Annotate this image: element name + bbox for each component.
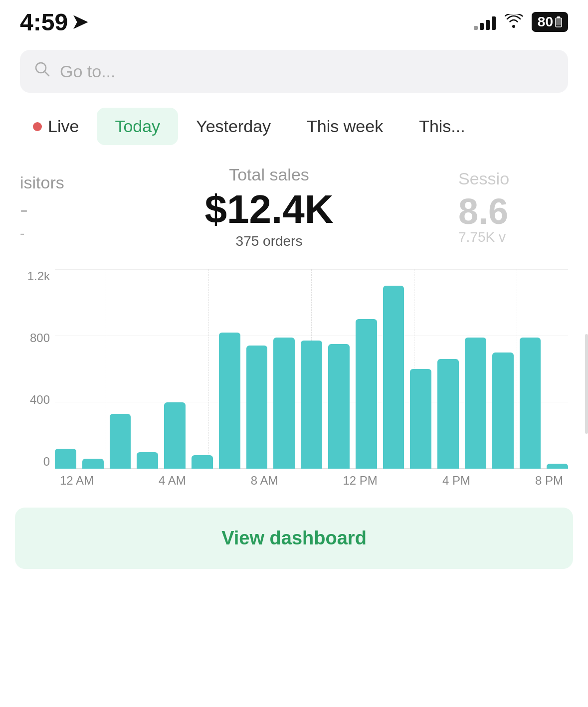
y-label-400: 400 bbox=[20, 393, 50, 407]
total-sales-value: $12.4K bbox=[100, 189, 438, 229]
visitors-label: isitors bbox=[20, 173, 90, 192]
chart-y-axis: 0 400 800 1.2k bbox=[20, 269, 50, 469]
tab-live-label: Live bbox=[48, 117, 79, 136]
tab-this-week-label: This week bbox=[307, 117, 383, 136]
status-right: 80 bbox=[474, 12, 568, 32]
signal-icon bbox=[474, 14, 496, 30]
bar-15 bbox=[465, 338, 486, 469]
stat-sessions: Sessio 8.6 7.75K v bbox=[448, 165, 588, 249]
y-label-800: 800 bbox=[20, 331, 50, 345]
bar-12 bbox=[383, 286, 404, 469]
stat-total-sales: Total sales $12.4K 375 orders bbox=[90, 165, 448, 249]
view-dashboard-button[interactable]: View dashboard bbox=[15, 508, 573, 569]
visitors-sub: - bbox=[20, 225, 90, 241]
bar-5 bbox=[192, 455, 213, 469]
x-label-12am: 12 AM bbox=[60, 474, 94, 488]
tab-yesterday[interactable]: Yesterday bbox=[178, 108, 289, 145]
tab-today[interactable]: Today bbox=[97, 108, 178, 145]
battery-indicator: 80 bbox=[532, 12, 568, 32]
visitors-value: - bbox=[20, 197, 90, 221]
tab-this-month[interactable]: This... bbox=[401, 108, 483, 145]
view-dashboard-label: View dashboard bbox=[221, 528, 367, 548]
x-label-12pm: 12 PM bbox=[343, 474, 378, 488]
search-icon bbox=[34, 61, 51, 82]
tab-today-label: Today bbox=[115, 117, 160, 136]
bar-4 bbox=[164, 402, 186, 469]
bars-container bbox=[55, 269, 568, 469]
bar-17 bbox=[520, 338, 541, 469]
time-display: 4:59 bbox=[20, 8, 68, 36]
filter-tabs: Live Today Yesterday This week This... bbox=[0, 108, 588, 160]
bar-3 bbox=[137, 452, 158, 469]
search-placeholder: Go to... bbox=[60, 62, 116, 81]
sessions-value: 8.6 bbox=[458, 193, 588, 229]
bar-8 bbox=[273, 338, 295, 469]
bar-18 bbox=[547, 464, 568, 469]
x-label-4am: 4 AM bbox=[159, 474, 186, 488]
sessions-sub: 7.75K v bbox=[458, 229, 588, 245]
bar-14 bbox=[437, 359, 459, 469]
x-label-8pm: 8 PM bbox=[535, 474, 563, 488]
x-label-4pm: 4 PM bbox=[442, 474, 470, 488]
tab-live[interactable]: Live bbox=[15, 108, 97, 145]
y-label-0: 0 bbox=[20, 455, 50, 469]
search-bar[interactable]: Go to... bbox=[20, 50, 568, 93]
bar-2 bbox=[110, 414, 131, 469]
svg-rect-1 bbox=[557, 16, 560, 18]
live-dot bbox=[33, 122, 42, 131]
sales-chart: 0 400 800 1.2k 12 AM 4 AM 8 AM 12 PM 4 P… bbox=[0, 259, 588, 488]
bar-6 bbox=[219, 333, 240, 469]
tab-this-week[interactable]: This week bbox=[289, 108, 401, 145]
tab-yesterday-label: Yesterday bbox=[196, 117, 271, 136]
wifi-icon bbox=[505, 12, 523, 32]
stats-area: isitors - - Total sales $12.4K 375 order… bbox=[0, 160, 588, 259]
bar-13 bbox=[410, 369, 431, 469]
status-bar: 4:59 ➤ 80 bbox=[0, 0, 588, 40]
total-sales-sub: 375 orders bbox=[100, 233, 438, 249]
tab-this-month-label: This... bbox=[419, 117, 465, 136]
bar-16 bbox=[492, 353, 514, 469]
svg-rect-2 bbox=[556, 18, 561, 25]
bar-10 bbox=[328, 344, 350, 469]
bar-11 bbox=[356, 319, 377, 469]
bar-9 bbox=[301, 341, 322, 469]
stat-visitors: isitors - - bbox=[0, 165, 90, 249]
total-sales-label: Total sales bbox=[100, 165, 438, 184]
x-label-8am: 8 AM bbox=[251, 474, 278, 488]
status-time: 4:59 ➤ bbox=[20, 8, 88, 36]
search-container: Go to... bbox=[0, 40, 588, 108]
sessions-label: Sessio bbox=[458, 169, 588, 188]
svg-line-4 bbox=[44, 71, 49, 76]
location-icon: ➤ bbox=[72, 11, 88, 33]
y-label-1200: 1.2k bbox=[20, 269, 50, 283]
chart-bars-area bbox=[55, 269, 568, 469]
scrollbar[interactable] bbox=[585, 334, 588, 434]
chart-x-axis: 12 AM 4 AM 8 AM 12 PM 4 PM 8 PM bbox=[55, 474, 568, 488]
bar-1 bbox=[82, 459, 104, 469]
bar-0 bbox=[55, 449, 76, 469]
bar-7 bbox=[246, 346, 268, 469]
